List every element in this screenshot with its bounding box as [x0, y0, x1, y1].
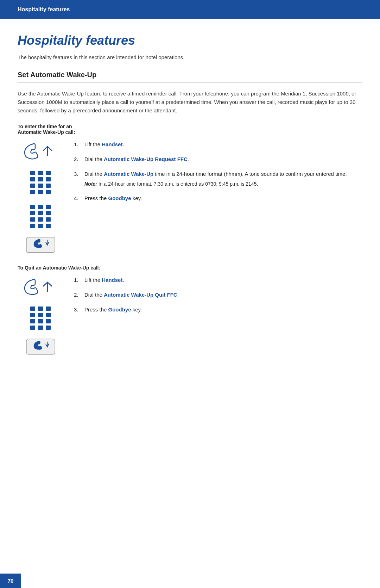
svg-rect-20 [38, 217, 43, 222]
svg-rect-13 [30, 205, 35, 209]
procedure1-label: To enter the time for an Automatic Wake-… [18, 124, 362, 135]
step-1-4: 4. Press the Goodbye key. [74, 194, 362, 203]
handset-link-2: Handset [102, 277, 122, 283]
handset-link-1: Handset [102, 141, 122, 147]
svg-rect-36 [46, 319, 51, 323]
icons-column-2 [18, 276, 63, 356]
svg-rect-23 [38, 224, 43, 228]
svg-rect-28 [30, 307, 35, 311]
steps-column-1: 1. Lift the Handset. 2. Dial the Automat… [74, 140, 362, 209]
ffc-link-2: Automatic Wake-Up Quit FFC [104, 292, 177, 298]
svg-rect-31 [30, 313, 35, 317]
page-footer: 70 [0, 574, 380, 588]
procedure1-steps-container: 1. Lift the Handset. 2. Dial the Automat… [18, 140, 362, 254]
svg-rect-38 [38, 326, 43, 330]
svg-rect-6 [46, 177, 51, 181]
procedure2-steps-container: 1. Lift the Handset. 2. Dial the Automat… [18, 276, 362, 356]
goodbye-link-1: Goodbye [108, 195, 131, 201]
svg-rect-29 [38, 307, 43, 311]
svg-rect-14 [38, 205, 43, 209]
svg-rect-7 [30, 184, 35, 188]
step-1-2: 2. Dial the Automatic Wake-Up Request FF… [74, 155, 362, 163]
svg-rect-37 [30, 326, 35, 330]
section1-heading: Set Automatic Wake-Up [18, 71, 362, 82]
section1-description: Use the Automatic Wake-Up feature to rec… [18, 89, 362, 115]
wakeup-link-1: Automatic Wake-Up [104, 171, 153, 177]
ffc-link-1: Automatic Wake-Up Request FFC [104, 156, 188, 162]
handset-icon-2 [21, 276, 60, 298]
step-1-3: 3. Dial the Automatic Wake-Up time in a … [74, 170, 362, 188]
svg-rect-9 [46, 184, 51, 188]
svg-rect-5 [38, 177, 43, 181]
svg-rect-10 [30, 190, 35, 194]
goodbye-link-2: Goodbye [108, 307, 131, 312]
svg-rect-15 [46, 205, 51, 209]
svg-rect-35 [38, 319, 43, 323]
svg-rect-21 [46, 217, 51, 222]
header-bar: Hospitality features [0, 0, 380, 19]
step-2-1: 1. Lift the Handset. [74, 276, 362, 284]
step-2-3: 3. Press the Goodbye key. [74, 305, 362, 314]
svg-rect-16 [30, 211, 35, 215]
steps-column-2: 1. Lift the Handset. 2. Dial the Automat… [74, 276, 362, 320]
svg-rect-34 [30, 319, 35, 323]
svg-rect-12 [46, 190, 51, 194]
intro-text: The hospitality features in this section… [18, 54, 362, 60]
svg-rect-1 [30, 171, 35, 175]
page-title: Hospitality features [18, 33, 362, 48]
goodbye-key-icon-1 [26, 236, 56, 254]
page-number: 70 [0, 574, 21, 588]
step-2-2: 2. Dial the Automatic Wake-Up Quit FFC. [74, 291, 362, 299]
svg-rect-32 [38, 313, 43, 317]
keypad-icon-1 [27, 169, 54, 196]
svg-rect-3 [46, 171, 51, 175]
svg-rect-33 [46, 313, 51, 317]
svg-rect-30 [46, 307, 51, 311]
main-content: Hospitality features The hospitality fea… [0, 19, 380, 388]
svg-rect-22 [30, 224, 35, 228]
svg-rect-24 [46, 224, 51, 228]
svg-rect-2 [38, 171, 43, 175]
svg-rect-18 [46, 211, 51, 215]
svg-rect-4 [30, 177, 35, 181]
svg-rect-11 [38, 190, 43, 194]
svg-rect-8 [38, 184, 43, 188]
header-label: Hospitality features [18, 6, 70, 12]
icons-column-1 [18, 140, 63, 254]
step-1-3-note: Note: In a 24-hour time format, 7:30 a.m… [84, 180, 362, 188]
goodbye-key-icon-2 [26, 338, 56, 356]
step-1-1: 1. Lift the Handset. [74, 140, 362, 149]
handset-icon-1 [21, 140, 60, 162]
procedure2-label: To Quit an Automatic Wake-Up call: [18, 265, 362, 271]
svg-rect-17 [38, 211, 43, 215]
svg-rect-19 [30, 217, 35, 222]
keypad-icon-3 [27, 304, 54, 332]
svg-rect-39 [46, 326, 51, 330]
keypad-icon-2 [27, 203, 54, 230]
